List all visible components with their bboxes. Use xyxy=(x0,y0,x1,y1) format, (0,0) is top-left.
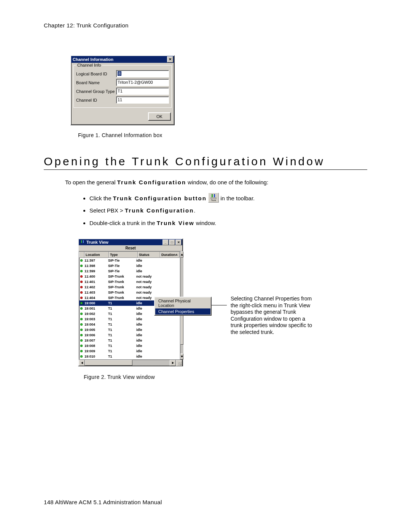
instruction-item-1: Click the Trunk Configuration button Tru… xyxy=(89,193,367,204)
dialog-title: Channel Information xyxy=(73,57,167,62)
channel-id-field[interactable]: 11 xyxy=(116,96,169,104)
resize-grip-icon[interactable] xyxy=(176,360,182,366)
table-row[interactable]: 19:007T1idle xyxy=(79,338,180,343)
trunk-view-window-icon xyxy=(80,240,85,245)
channel-id-label: Channel ID xyxy=(76,98,116,102)
logical-board-id-label: Logical Board ID xyxy=(76,72,116,76)
channel-information-dialog: Channel Information ✕ Channel Info Logic… xyxy=(70,55,175,125)
scroll-left-icon[interactable] xyxy=(79,360,85,366)
section-heading: Opening the Trunk Configuration Window xyxy=(44,155,367,168)
table-row[interactable]: 19:004T1idle xyxy=(79,322,180,327)
status-dot-icon xyxy=(80,350,83,352)
context-menu: Channel Physical Location Channel Proper… xyxy=(154,297,212,316)
status-dot-icon xyxy=(80,313,83,315)
close-icon[interactable]: ✕ xyxy=(175,240,182,245)
status-dot-icon xyxy=(80,281,83,283)
status-dot-icon xyxy=(80,334,83,336)
section-rule xyxy=(44,169,367,170)
svg-rect-3 xyxy=(81,240,82,243)
board-name-field[interactable]: TritonT1-2@GW00 xyxy=(116,79,169,86)
status-dot-icon xyxy=(80,318,83,320)
running-header: Chapter 12: Trunk Configuration xyxy=(44,22,367,29)
status-dot-icon xyxy=(80,329,83,331)
instruction-item-3: Double-click a trunk in the Trunk View w… xyxy=(89,218,367,229)
status-dot-icon xyxy=(80,323,83,326)
figure-2-caption: Figure 2. Trunk View window xyxy=(84,374,367,380)
table-row[interactable]: 19:006T1idle xyxy=(79,332,180,338)
status-dot-icon xyxy=(80,270,83,272)
status-dot-icon xyxy=(80,355,83,358)
status-dot-icon xyxy=(80,302,83,304)
groupbox-legend: Channel Info xyxy=(76,63,102,67)
svg-rect-1 xyxy=(214,194,215,197)
annotation-text: Selecting Channel Properties from the ri… xyxy=(231,296,312,335)
sort-icon xyxy=(175,254,178,256)
dialog-titlebar[interactable]: Channel Information ✕ xyxy=(71,56,174,63)
minimize-icon[interactable]: _ xyxy=(162,240,169,245)
trunk-list-header[interactable]: Location Type Status Duration xyxy=(79,252,180,258)
intro-paragraph: To open the general Trunk Configuration … xyxy=(65,178,367,187)
scroll-down-icon[interactable] xyxy=(180,353,183,359)
channel-info-groupbox: Channel Info Logical Board ID 8 Board Na… xyxy=(73,65,172,108)
page-footer: 148 AltiWare ACM 5.1 Administration Manu… xyxy=(44,499,162,505)
ctx-channel-physical-location[interactable]: Channel Physical Location xyxy=(155,298,210,308)
table-row[interactable]: 11:400SIP-Trunknot ready xyxy=(79,274,180,279)
close-icon[interactable]: ✕ xyxy=(167,56,173,62)
instruction-item-2: Select PBX > Trunk Configuration. xyxy=(89,205,367,216)
table-row[interactable]: 19:009T1idle xyxy=(79,348,180,354)
svg-rect-4 xyxy=(83,240,84,243)
table-row[interactable]: 11:399SIP-Tieidle xyxy=(79,268,180,274)
table-row[interactable]: 19:010T1idle xyxy=(79,354,180,359)
status-dot-icon xyxy=(80,275,83,278)
status-dot-icon xyxy=(80,345,83,347)
table-row[interactable]: 11:401SIP-Trunknot ready xyxy=(79,279,180,284)
ok-button[interactable]: OK xyxy=(148,112,171,121)
table-row[interactable]: 19:005T1idle xyxy=(79,327,180,332)
col-type[interactable]: Type xyxy=(109,252,138,257)
trunk-config-toolbar-icon[interactable]: Trunk xyxy=(208,193,219,203)
reset-menu-item[interactable]: Reset xyxy=(79,245,182,251)
board-name-label: Board Name xyxy=(76,80,116,85)
maximize-icon[interactable]: □ xyxy=(169,240,175,245)
status-dot-icon xyxy=(80,259,83,262)
col-location[interactable]: Location xyxy=(84,252,109,257)
svg-rect-0 xyxy=(212,194,213,197)
table-row[interactable]: 11:402SIP-Trunknot ready xyxy=(79,284,180,290)
status-dot-icon xyxy=(80,307,83,310)
table-row[interactable]: 11:398SIP-Tieidle xyxy=(79,263,180,268)
figure-1-caption: Figure 1. Channel Information box xyxy=(78,132,367,138)
trunk-view-titlebar[interactable]: Trunk View _ □ ✕ xyxy=(79,239,182,245)
instruction-list: Click the Trunk Configuration button Tru… xyxy=(74,193,367,229)
channel-group-type-field[interactable]: T1 xyxy=(116,88,169,95)
table-row[interactable]: 11:397SIP-Tieidle xyxy=(79,258,180,263)
status-dot-icon xyxy=(80,297,83,299)
col-status[interactable]: Status xyxy=(138,252,160,257)
ctx-channel-properties[interactable]: Channel Properties xyxy=(155,308,210,315)
table-row[interactable]: 11:403SIP-Trunknot ready xyxy=(79,290,180,295)
table-row[interactable]: 19:008T1idle xyxy=(79,343,180,348)
trunk-view-title: Trunk View xyxy=(86,240,108,244)
logical-board-id-field[interactable]: 8 xyxy=(116,70,169,77)
status-dot-icon xyxy=(80,291,83,294)
status-dot-icon xyxy=(80,339,83,342)
horizontal-scrollbar[interactable] xyxy=(79,359,182,366)
scroll-right-icon[interactable] xyxy=(170,360,176,366)
hscroll-thumb[interactable] xyxy=(85,360,132,366)
annotation-connector xyxy=(212,305,227,305)
status-dot-icon xyxy=(80,265,83,267)
col-duration[interactable]: Duration xyxy=(160,252,180,257)
scroll-up-icon[interactable] xyxy=(180,251,183,257)
table-row[interactable]: 19:003T1idle xyxy=(79,316,180,322)
status-dot-icon xyxy=(80,286,83,288)
channel-group-type-label: Channel Group Type xyxy=(76,89,116,94)
